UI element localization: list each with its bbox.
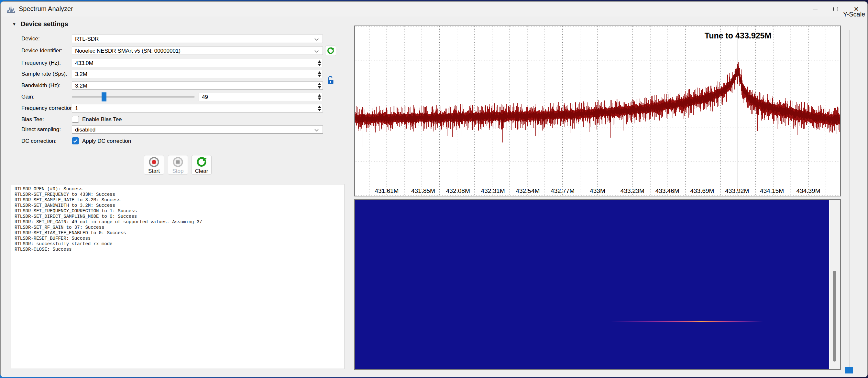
gain-slider[interactable] [72,96,195,98]
log-line: RTLSDR-SET_RF_GAIN to 37: Success [14,225,341,230]
sample-rate-spinbox[interactable]: 3.2M [72,70,323,78]
x-tick-label: 431.85M [411,187,435,194]
frequency-correction-label: Frequency correction: [21,105,74,111]
desktop-background: Spectrum Analyzer ✕ ▼Device settings Dev… [0,0,868,378]
stop-button[interactable]: Stop [168,155,188,175]
clear-refresh-icon [196,157,207,168]
x-tick-label: 432.31M [481,187,505,194]
direct-sampling-value: disabled [75,127,95,133]
direct-sampling-label: Direct sampling: [21,126,61,133]
spin-up-icon[interactable] [318,94,321,97]
x-tick-label: 433M [590,187,605,194]
clear-button-label: Clear [195,168,208,174]
dc-correction-checkbox[interactable] [72,137,79,144]
clear-button[interactable]: Clear [191,155,212,175]
x-tick-label: 434.39M [797,187,820,194]
y-scale-slider[interactable] [849,30,850,368]
gain-value: 49 [202,94,208,101]
x-tick-label: 431.61M [375,187,399,194]
log-line: RTLSDR-SET_FREQUENCY to 433M: Success [14,192,341,197]
log-line: RTLSDR-RESET_BUFFER: Success [14,236,341,241]
refresh-devices-button[interactable] [325,45,336,56]
gain-spinbox[interactable]: 49 [199,93,323,101]
spectrum-plot[interactable]: Tune to 433.925M431.61M431.85M432.08M432… [354,26,841,197]
gain-slider-handle[interactable] [101,93,106,101]
spin-down-icon[interactable] [318,98,321,100]
form-row-direct-sampling: Direct sampling: disabled [21,125,326,134]
form-row-dc-correction: DC correction: Apply DC correction [21,137,326,145]
device-settings-header[interactable]: ▼Device settings [12,20,68,28]
log-line: RTLSDR-SET_BANDWIDTH to 3.2M: Success [14,203,341,208]
spin-down-icon[interactable] [318,109,321,111]
bias-tee-checkbox-label: Enable Bias Tee [82,116,122,123]
dc-correction-label: DC correction: [21,138,57,144]
log-line: RTLSDR-OPEN (#0): Success [14,186,341,192]
record-icon [148,157,160,168]
chevron-down-icon [314,129,319,132]
spin-down-icon[interactable] [318,64,321,66]
chevron-down-icon [314,50,319,53]
minimize-icon [813,9,817,9]
form-row-bandwidth: Bandwidth (Hz): 3.2M [21,81,326,90]
gain-label: Gain: [21,94,35,100]
log-console[interactable]: RTLSDR-OPEN (#0): SuccessRTLSDR-SET_FREQ… [11,184,345,369]
device-identifier-combobox[interactable]: Nooelec NESDR SMArt v5 (SN: 00000001) [72,46,323,55]
frequency-label: Frequency (Hz): [21,60,61,66]
log-line: RTLSDR-SET_SAMPLE_RATE to 3.2M: Success [14,197,341,203]
form-row-device-identifier: Device Identifier: Nooelec NESDR SMArt v… [21,46,326,55]
spin-up-icon[interactable] [318,106,321,108]
form-row-device: Device: RTL-SDR [21,35,326,43]
form-row-gain: Gain: 49 [21,93,326,101]
x-tick-label: 433.69M [690,187,714,194]
log-line: RTLSDR: SET_RF_GAIN: 49 not in range of … [14,219,341,225]
device-identifier-value: Nooelec NESDR SMArt v5 (SN: 00000001) [75,48,181,54]
x-tick-label: 432.54M [516,187,539,194]
waterfall-panel [354,199,841,370]
app-window: Spectrum Analyzer ✕ ▼Device settings Dev… [0,1,868,377]
y-scale-label: Y-Scale [843,11,865,18]
waterfall-scrollbar[interactable] [830,200,840,369]
x-tick-label: 432.08M [446,187,470,194]
log-line: RTLSDR-SET_DIRECT_SAMPLING_MODE to 0: Su… [14,214,341,219]
sample-rate-value: 3.2M [75,71,87,77]
spin-up-icon[interactable] [318,83,321,85]
device-combobox[interactable]: RTL-SDR [72,35,323,43]
waterfall-scrollbar-thumb[interactable] [833,271,836,362]
sample-rate-label: Sample rate (Sps): [21,71,67,77]
spectrum-app-icon [6,4,16,13]
spin-down-icon[interactable] [318,86,321,89]
device-settings-title: Device settings [21,20,68,28]
direct-sampling-combobox[interactable]: disabled [72,125,323,134]
x-tick-label: 432.77M [551,187,575,194]
form-row-frequency: Frequency (Hz): 433.0M [21,59,326,67]
bandwidth-value: 3.2M [75,83,87,89]
collapse-arrow-icon: ▼ [12,22,16,27]
spin-up-icon[interactable] [318,71,321,74]
form-row-bias-tee: Bias Tee: Enable Bias Tee [21,115,326,124]
bandwidth-lock-button[interactable] [327,75,335,85]
spin-up-icon[interactable] [318,60,321,63]
device-label: Device: [21,36,40,42]
tune-annotation: Tune to 433.925M [705,31,772,40]
x-tick-label: 433.23M [621,187,645,194]
bandwidth-label: Bandwidth (Hz): [21,82,61,89]
waterfall-scan-line [355,321,829,322]
y-scale-slider-handle[interactable] [845,367,853,374]
minimize-button[interactable] [805,2,825,16]
frequency-spinbox[interactable]: 433.0M [72,59,323,67]
dc-correction-checkbox-label: Apply DC correction [82,138,131,144]
start-button-label: Start [148,168,160,174]
frequency-value: 433.0M [75,60,93,67]
titlebar[interactable]: Spectrum Analyzer ✕ [1,2,867,16]
waterfall-display[interactable] [355,200,829,369]
frequency-correction-spinbox[interactable]: 1 [72,104,323,112]
form-row-frequency-correction: Frequency correction: 1 [21,104,326,112]
chevron-down-icon [314,38,319,41]
start-button[interactable]: Start [144,155,164,175]
maximize-icon [833,7,838,11]
bias-tee-checkbox[interactable] [72,116,79,123]
bandwidth-spinbox[interactable]: 3.2M [72,81,323,90]
device-value: RTL-SDR [75,36,99,42]
spin-down-icon[interactable] [318,75,321,77]
window-title: Spectrum Analyzer [19,5,73,12]
